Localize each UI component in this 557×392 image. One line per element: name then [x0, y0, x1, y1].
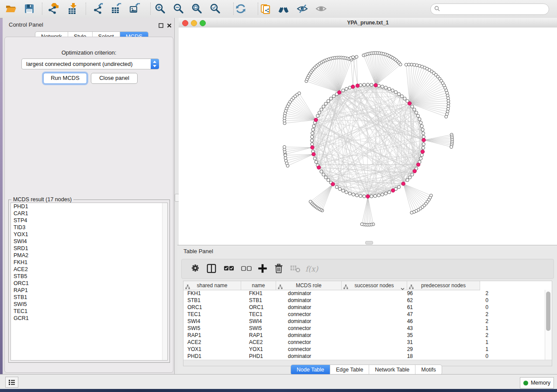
export-image-icon[interactable]	[129, 3, 142, 15]
mcds-result-item[interactable]: GCR1	[11, 315, 167, 322]
table-cell: TEC1	[245, 311, 284, 318]
mcds-result-item[interactable]: FKH1	[11, 259, 167, 266]
column-header-successor-nodes[interactable]: successor nodes	[342, 281, 407, 290]
columns-icon[interactable]	[206, 263, 218, 275]
table-row[interactable]: RAP1RAP1dominator352	[183, 332, 492, 339]
toolbar-separator	[258, 3, 258, 15]
mcds-result-item[interactable]: SRD1	[11, 245, 167, 252]
mcds-result-list[interactable]: PHD1CAR1STP4TID3YOX1SWI4SRD1PMA2FKH1ACE2…	[10, 203, 168, 361]
open-folder-icon[interactable]	[5, 3, 17, 15]
mcds-result-item[interactable]: ORC1	[11, 280, 167, 287]
optimization-criterion-select[interactable]: largest connected component (undirected)	[21, 58, 159, 69]
mcds-result-title: MCDS result (17 nodes)	[11, 196, 73, 203]
zoom-window-icon[interactable]	[200, 20, 206, 26]
network-graph[interactable]	[179, 28, 557, 245]
show-all-icon[interactable]	[315, 3, 328, 15]
mcds-result-item[interactable]: TID3	[11, 224, 167, 231]
desktop-wallpaper-bottom	[0, 389, 557, 392]
mcds-result-item[interactable]: YOX1	[11, 231, 167, 238]
mcds-result-item[interactable]: STB5	[11, 273, 167, 280]
export-document-icon[interactable]	[260, 3, 273, 15]
column-label: predecessor nodes	[421, 282, 466, 289]
tab-node-table[interactable]: Node Table	[291, 365, 330, 375]
column-label: MCDS role	[296, 282, 322, 289]
table-row[interactable]: ORC1ORC1dominator610	[183, 304, 492, 311]
export-network-icon[interactable]	[93, 3, 105, 15]
search-network-icon[interactable]	[278, 3, 290, 15]
table-row[interactable]: STB1STB1dominator620	[183, 297, 492, 304]
horizontal-splitter-handle[interactable]	[365, 241, 373, 244]
select-value: largest connected component (undirected)	[22, 61, 151, 67]
zoom-fit-icon[interactable]	[191, 3, 204, 15]
table-cell: 61	[353, 304, 419, 311]
table-cell: SWI5	[183, 325, 245, 332]
mcds-result-item[interactable]: CAR1	[11, 210, 167, 217]
zoom-in-icon[interactable]	[155, 3, 167, 15]
table-cell: 18	[353, 353, 419, 360]
select-stepper-icon	[151, 59, 159, 69]
mcds-result-item[interactable]: PHD1	[11, 203, 167, 210]
mcds-result-item[interactable]: SWI4	[11, 238, 167, 245]
memory-button[interactable]: Memory	[520, 377, 554, 389]
zoom-out-icon[interactable]	[173, 3, 185, 15]
table-row[interactable]: TEC1TEC1connector472	[183, 311, 492, 318]
tab-network-table[interactable]: Network Table	[369, 365, 415, 375]
table-row[interactable]: ACE2ACE2connector311	[183, 339, 492, 346]
run-mcds-button[interactable]: Run MCDS	[43, 73, 87, 84]
table-scrollbar-thumb[interactable]	[546, 292, 550, 331]
import-network-icon[interactable]	[47, 3, 59, 15]
mcds-result-item[interactable]: RAP1	[11, 287, 167, 294]
control-panel-title: Control Panel	[9, 21, 43, 28]
zoom-selected-icon[interactable]	[210, 3, 222, 15]
column-header-predecessor-nodes[interactable]: predecessor nodes	[407, 281, 480, 290]
save-icon[interactable]	[24, 3, 36, 15]
search-box[interactable]	[430, 3, 549, 15]
table-row[interactable]: SWI5SWI5connector431	[183, 325, 492, 332]
table-cell: ORC1	[183, 304, 245, 311]
export-table-icon[interactable]	[111, 3, 123, 15]
gear-icon[interactable]	[190, 263, 202, 275]
mcds-result-item[interactable]: STB1	[11, 294, 167, 301]
table-row[interactable]: FKH1FKH1dominator962	[183, 290, 492, 297]
mcds-result-item[interactable]: TEC1	[11, 308, 167, 315]
close-panel-icon[interactable]	[167, 22, 172, 30]
mcds-result-item[interactable]: PMA2	[11, 252, 167, 259]
table-cell: PHD1	[245, 353, 284, 360]
list-icon	[8, 379, 15, 385]
table-row[interactable]: SWI4SWI4dominator462	[183, 318, 492, 325]
table-cell: dominator	[284, 304, 353, 311]
select-all-icon[interactable]	[224, 263, 235, 275]
table-row[interactable]: PHD1PHD1dominator180	[183, 353, 492, 360]
refresh-icon[interactable]	[235, 3, 247, 15]
table-cell: connector	[284, 339, 353, 346]
deselect-all-icon[interactable]	[241, 263, 253, 275]
table-scrollbar[interactable]	[545, 290, 552, 360]
hide-selected-icon[interactable]	[297, 3, 309, 15]
table-header-row[interactable]: shared namenameMCDS rolesuccessor nodesp…	[183, 281, 480, 290]
task-history-button[interactable]	[5, 377, 18, 388]
tab-edge-table[interactable]: Edge Table	[330, 365, 369, 375]
column-header-MCDS-role[interactable]: MCDS role	[276, 281, 342, 290]
close-window-icon[interactable]	[182, 20, 188, 26]
table-row[interactable]: YOX1YOX1connector291	[183, 346, 492, 353]
toolbar-separator	[86, 3, 86, 15]
search-input[interactable]	[442, 6, 549, 13]
network-window-titlebar[interactable]: YPA_prune.txt_1	[179, 18, 557, 28]
table-cell: dominator	[284, 290, 353, 297]
table-cell: STB1	[245, 297, 284, 304]
mcds-result-item[interactable]: SWI5	[11, 301, 167, 308]
trash-icon[interactable]	[274, 263, 285, 275]
node-table[interactable]: shared namenameMCDS rolesuccessor nodesp…	[183, 281, 552, 366]
mcds-result-item[interactable]: ACE2	[11, 266, 167, 273]
column-header-name[interactable]: name	[241, 281, 276, 290]
column-header-shared-name[interactable]: shared name	[183, 281, 241, 290]
close-panel-button[interactable]: Close panel	[91, 73, 138, 84]
minimize-window-icon[interactable]	[191, 20, 197, 26]
network-view[interactable]	[179, 28, 557, 245]
float-panel-icon[interactable]	[159, 22, 163, 30]
mcds-result-item[interactable]: STP4	[11, 217, 167, 224]
import-table-icon[interactable]	[66, 3, 79, 15]
list-scrollbar[interactable]	[162, 203, 167, 360]
add-icon[interactable]	[257, 263, 269, 275]
tab-motifs[interactable]: Motifs	[415, 365, 441, 375]
